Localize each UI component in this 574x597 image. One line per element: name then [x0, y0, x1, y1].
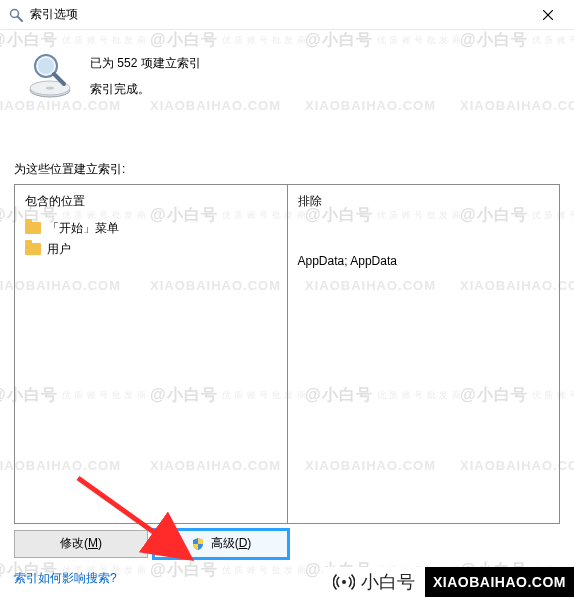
locations-panel: 包含的位置 「开始」菜单 用户 排除 AppData; AppData — [14, 184, 560, 524]
included-header: 包含的位置 — [25, 193, 277, 210]
window-title: 索引选项 — [30, 6, 528, 23]
indexing-status-line: 索引完成。 — [90, 76, 201, 102]
locations-label: 为这些位置建立索引: — [14, 161, 560, 178]
advanced-button[interactable]: 高级(D) — [154, 530, 288, 558]
excluded-header: 排除 — [298, 193, 550, 210]
location-label: 「开始」菜单 — [47, 220, 119, 237]
status-text: 已为 552 项建立索引 索引完成。 — [90, 48, 201, 103]
button-row: 修改(M) 高级(D) — [14, 530, 560, 558]
footer-badge-left: 小白号 — [323, 567, 425, 597]
included-column: 包含的位置 「开始」菜单 用户 — [15, 185, 288, 523]
list-item[interactable]: 「开始」菜单 — [25, 220, 277, 237]
folder-icon — [25, 243, 41, 255]
indexed-count-line: 已为 552 项建立索引 — [90, 50, 201, 76]
svg-point-11 — [342, 580, 346, 584]
list-item[interactable]: 用户 — [25, 241, 277, 258]
folder-icon — [25, 222, 41, 234]
excluded-text: AppData; AppData — [298, 254, 550, 268]
svg-point-8 — [38, 58, 54, 74]
location-label: 用户 — [47, 241, 71, 258]
footer-badge: 小白号 XIAOBAIHAO.COM — [323, 567, 574, 597]
footer-cn-text: 小白号 — [361, 570, 415, 594]
titlebar: 索引选项 — [0, 0, 574, 30]
content-area: 已为 552 项建立索引 索引完成。 为这些位置建立索引: 包含的位置 「开始」… — [0, 30, 574, 587]
button-label: 高级(D) — [211, 535, 252, 552]
broadcast-icon — [333, 571, 355, 593]
search-options-icon — [8, 7, 24, 23]
svg-point-6 — [46, 87, 54, 90]
magnifier-disk-icon — [24, 48, 76, 100]
shield-icon — [191, 537, 205, 551]
footer-url: XIAOBAIHAO.COM — [425, 567, 574, 597]
excluded-column: 排除 AppData; AppData — [288, 185, 560, 523]
status-row: 已为 552 项建立索引 索引完成。 — [14, 48, 560, 103]
help-link[interactable]: 索引如何影响搜索? — [14, 570, 117, 587]
close-button[interactable] — [528, 1, 568, 29]
svg-line-1 — [18, 16, 23, 21]
button-label: 修改(M) — [60, 535, 102, 552]
modify-button[interactable]: 修改(M) — [14, 530, 148, 558]
